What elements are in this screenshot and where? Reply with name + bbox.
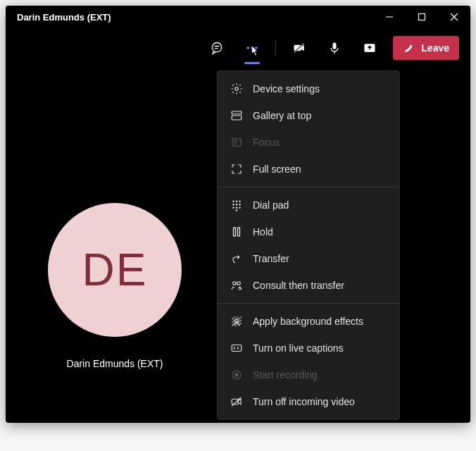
svg-point-31	[239, 207, 240, 209]
menu-label: Gallery at top	[253, 110, 311, 121]
svg-point-36	[237, 282, 241, 285]
incoming-video-off-icon	[230, 395, 243, 408]
svg-rect-17	[232, 111, 242, 114]
gallery-icon	[230, 109, 243, 122]
svg-point-4	[213, 43, 222, 52]
menu-hold[interactable]: Hold	[218, 218, 399, 245]
svg-rect-33	[234, 228, 236, 236]
camera-off-icon[interactable]	[287, 36, 311, 60]
menu-label: Transfer	[253, 253, 289, 264]
menu-separator	[218, 303, 399, 304]
svg-rect-34	[238, 228, 240, 236]
participant-name: Darin Edmunds (EXT)	[34, 358, 196, 369]
menu-label: Focus	[253, 137, 280, 148]
separator	[275, 40, 276, 56]
menu-separator	[218, 187, 399, 187]
svg-point-28	[239, 204, 240, 205]
menu-gallery-at-top[interactable]: Gallery at top	[218, 102, 399, 129]
svg-rect-13	[333, 43, 337, 49]
minimize-button[interactable]	[373, 6, 406, 28]
svg-point-45	[235, 319, 239, 323]
svg-point-24	[236, 201, 237, 202]
menu-live-captions[interactable]: Turn on live captions	[218, 335, 399, 362]
call-toolbar: Leave	[6, 28, 470, 68]
captions-icon	[230, 342, 243, 354]
menu-label: Consult then transfer	[253, 280, 344, 291]
fullscreen-icon	[230, 163, 243, 175]
menu-label: Turn on live captions	[253, 342, 344, 354]
svg-point-29	[232, 207, 234, 209]
microphone-icon[interactable]	[322, 36, 346, 60]
svg-point-23	[232, 201, 234, 202]
participant-tile: DE Darin Edmunds (EXT)	[34, 203, 196, 369]
hangup-icon	[403, 42, 415, 54]
avatar-initials: DE	[82, 244, 148, 296]
more-actions-icon[interactable]	[240, 36, 264, 60]
menu-transfer[interactable]: Transfer	[218, 245, 399, 272]
svg-line-40	[232, 316, 235, 320]
leave-label: Leave	[421, 42, 449, 54]
menu-turn-off-incoming-video[interactable]: Turn off incoming video	[218, 388, 399, 415]
more-actions-menu: Device settings Gallery at top Focus Ful…	[217, 70, 400, 420]
menu-device-settings[interactable]: Device settings	[218, 75, 399, 102]
svg-point-25	[239, 201, 240, 202]
svg-point-48	[235, 373, 239, 377]
titlebar: Darin Edmunds (EXT)	[6, 6, 470, 28]
svg-rect-18	[232, 116, 242, 120]
window-controls	[373, 6, 470, 28]
menu-label: Start recording	[253, 369, 318, 381]
window-title: Darin Edmunds (EXT)	[17, 12, 111, 23]
share-screen-icon[interactable]	[358, 36, 382, 60]
gear-icon	[230, 82, 243, 95]
chat-icon[interactable]	[205, 36, 229, 60]
svg-point-7	[247, 47, 250, 49]
transfer-icon	[230, 252, 243, 265]
avatar: DE	[48, 203, 182, 337]
menu-background-effects[interactable]: Apply background effects	[218, 308, 399, 335]
leave-button[interactable]: Leave	[393, 36, 459, 60]
menu-label: Apply background effects	[253, 316, 363, 327]
svg-rect-1	[419, 14, 425, 20]
menu-label: Device settings	[253, 83, 320, 94]
focus-icon	[230, 136, 243, 149]
menu-label: Turn off incoming video	[253, 396, 355, 407]
svg-rect-49	[232, 399, 238, 404]
menu-start-recording: Start recording	[218, 362, 399, 388]
menu-label: Dial pad	[253, 199, 289, 211]
svg-point-27	[236, 204, 237, 205]
svg-rect-46	[232, 345, 242, 352]
svg-point-32	[236, 209, 237, 211]
teams-call-window: Darin Edmunds (EXT)	[6, 6, 470, 423]
close-button[interactable]	[438, 6, 470, 28]
menu-full-screen[interactable]: Full screen	[218, 156, 399, 183]
menu-focus: Focus	[218, 129, 399, 156]
svg-point-30	[236, 207, 237, 209]
svg-point-16	[235, 87, 239, 91]
consult-transfer-icon	[230, 279, 243, 292]
record-icon	[230, 369, 243, 381]
menu-label: Hold	[253, 226, 273, 237]
menu-dial-pad[interactable]: Dial pad	[218, 192, 399, 218]
menu-consult-transfer[interactable]: Consult then transfer	[218, 272, 399, 299]
menu-label: Full screen	[253, 163, 301, 175]
svg-point-26	[232, 204, 234, 205]
dialpad-icon	[230, 199, 243, 211]
background-effects-icon	[230, 315, 243, 328]
svg-point-9	[255, 47, 258, 49]
svg-point-35	[233, 282, 237, 285]
hold-icon	[230, 226, 243, 238]
maximize-button[interactable]	[406, 6, 438, 28]
svg-point-8	[251, 47, 253, 49]
